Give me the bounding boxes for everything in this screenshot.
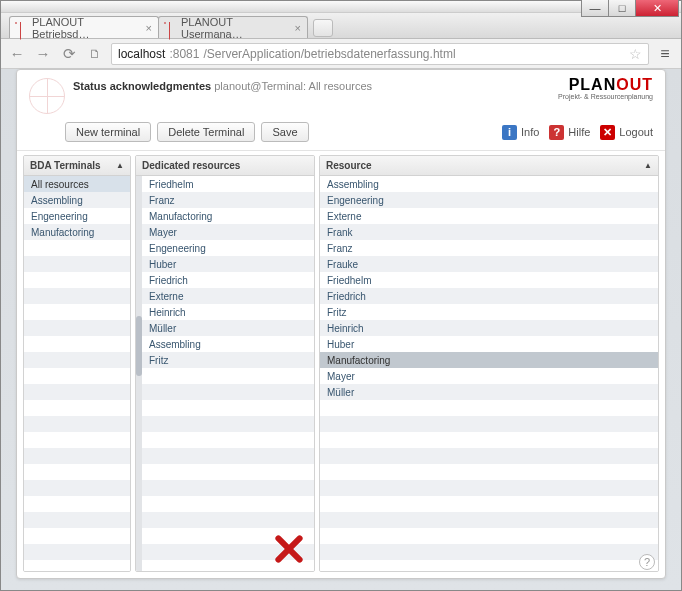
- sort-asc-icon: ▲: [644, 161, 652, 170]
- tab-close-icon[interactable]: ×: [295, 22, 301, 34]
- help-label: Hilfe: [568, 126, 590, 138]
- bookmark-star-icon[interactable]: ☆: [629, 46, 642, 62]
- logout-link[interactable]: ✕ Logout: [600, 125, 653, 140]
- info-link[interactable]: i Info: [502, 125, 539, 140]
- window-maximize-button[interactable]: □: [608, 0, 636, 17]
- panel-title: Resource: [326, 160, 372, 171]
- window-close-button[interactable]: ✕: [635, 0, 679, 17]
- list-item[interactable]: Assembling: [24, 192, 130, 208]
- browser-window: — □ ✕ PLANOUT Betriebsd… × PLANOUT Userm…: [0, 0, 682, 591]
- app-container: Status acknowledgmentes planout@Terminal…: [16, 69, 666, 579]
- window-titlebar: — □ ✕: [1, 1, 681, 13]
- list-item[interactable]: Manufactoring: [142, 208, 314, 224]
- panel-header-bda[interactable]: BDA Terminals ▲: [24, 156, 130, 176]
- favicon-icon: [15, 22, 27, 34]
- favicon-icon: [164, 22, 176, 34]
- list-item[interactable]: Externe: [320, 208, 658, 224]
- nav-reload-button[interactable]: ⟳: [59, 44, 79, 64]
- brand-tagline: Projekt- & Ressourcenplanung: [558, 93, 653, 100]
- list-item[interactable]: Assembling: [142, 336, 314, 352]
- tab-close-icon[interactable]: ×: [146, 22, 152, 34]
- panel-dedicated-resources: Dedicated resources FriedhelmFranzManufa…: [135, 155, 315, 572]
- list-item[interactable]: Fritz: [142, 352, 314, 368]
- app-logo-icon: [29, 78, 65, 114]
- status-line: Status acknowledgmentes planout@Terminal…: [73, 80, 372, 92]
- panel-header-dedicated[interactable]: Dedicated resources: [136, 156, 314, 176]
- browser-toolbar: ← → ⟳ 🗋 localhost:8081/ServerApplication…: [1, 39, 681, 69]
- list-item[interactable]: Assembling: [320, 176, 658, 192]
- page-viewport: Status acknowledgmentes planout@Terminal…: [1, 69, 681, 590]
- list-item[interactable]: Frauke: [320, 256, 658, 272]
- list-item[interactable]: Franz: [320, 240, 658, 256]
- brand-name-part2: OUT: [616, 76, 653, 93]
- list-item[interactable]: Friedhelm: [142, 176, 314, 192]
- url-path: /ServerApplication/betriebsdatenerfassun…: [203, 47, 455, 61]
- list-item[interactable]: Externe: [142, 288, 314, 304]
- list-item[interactable]: Engeneering: [320, 192, 658, 208]
- list-item[interactable]: Mayer: [142, 224, 314, 240]
- list-item[interactable]: Friedhelm: [320, 272, 658, 288]
- panel-body-resource[interactable]: AssemblingEngeneeringExterneFrankFranzFr…: [320, 176, 658, 571]
- list-item[interactable]: Mayer: [320, 368, 658, 384]
- list-item[interactable]: Engeneering: [142, 240, 314, 256]
- remove-x-icon[interactable]: [272, 533, 304, 565]
- logout-icon: ✕: [600, 125, 615, 140]
- scrollbar-thumb[interactable]: [136, 316, 142, 376]
- list-item[interactable]: Huber: [142, 256, 314, 272]
- url-host: localhost: [118, 47, 165, 61]
- list-item[interactable]: Müller: [142, 320, 314, 336]
- delete-terminal-button[interactable]: Delete Terminal: [157, 122, 255, 142]
- address-bar[interactable]: localhost:8081/ServerApplication/betrieb…: [111, 43, 649, 65]
- help-link[interactable]: ? Hilfe: [549, 125, 590, 140]
- nav-back-button[interactable]: ←: [7, 44, 27, 64]
- info-label: Info: [521, 126, 539, 138]
- list-item[interactable]: Friedrich: [320, 288, 658, 304]
- info-icon: i: [502, 125, 517, 140]
- status-label: Status acknowledgmentes: [73, 80, 211, 92]
- list-item[interactable]: Frank: [320, 224, 658, 240]
- browser-menu-button[interactable]: ≡: [655, 44, 675, 64]
- browser-tab-inactive[interactable]: PLANOUT Usermana… ×: [158, 16, 308, 38]
- panel-body-dedicated[interactable]: FriedhelmFranzManufactoringMayerEngeneer…: [136, 176, 314, 571]
- url-port: :8081: [169, 47, 199, 61]
- main-columns: BDA Terminals ▲ All resourcesAssemblingE…: [17, 151, 665, 578]
- list-item[interactable]: Müller: [320, 384, 658, 400]
- new-tab-button[interactable]: [313, 19, 333, 37]
- browser-tab-active[interactable]: PLANOUT Betriebsd… ×: [9, 16, 159, 38]
- nav-forward-button[interactable]: →: [33, 44, 53, 64]
- file-icon: 🗋: [85, 44, 105, 64]
- sort-asc-icon: ▲: [116, 161, 124, 170]
- help-icon: ?: [549, 125, 564, 140]
- list-item[interactable]: All resources: [24, 176, 130, 192]
- list-item[interactable]: Heinrich: [320, 320, 658, 336]
- logout-label: Logout: [619, 126, 653, 138]
- window-minimize-button[interactable]: —: [581, 0, 609, 17]
- list-item[interactable]: Huber: [320, 336, 658, 352]
- list-item[interactable]: Franz: [142, 192, 314, 208]
- list-item[interactable]: Manufactoring: [24, 224, 130, 240]
- tab-title: PLANOUT Usermana…: [181, 16, 285, 40]
- panel-body-bda[interactable]: All resourcesAssemblingEngeneeringManufa…: [24, 176, 130, 571]
- app-toolbar: New terminal Delete Terminal Save i Info…: [17, 118, 665, 151]
- panel-bda-terminals: BDA Terminals ▲ All resourcesAssemblingE…: [23, 155, 131, 572]
- panel-resource: Resource ▲ AssemblingEngeneeringExterneF…: [319, 155, 659, 572]
- list-item[interactable]: Friedrich: [142, 272, 314, 288]
- browser-tabstrip: PLANOUT Betriebsd… × PLANOUT Usermana… ×: [1, 13, 681, 39]
- list-item[interactable]: Engeneering: [24, 208, 130, 224]
- panel-header-resource[interactable]: Resource ▲: [320, 156, 658, 176]
- context-help-button[interactable]: ?: [639, 554, 655, 570]
- save-button[interactable]: Save: [261, 122, 308, 142]
- panel-title: Dedicated resources: [142, 160, 240, 171]
- scrollbar-track[interactable]: [136, 176, 142, 571]
- brand-logo: PLANOUT Projekt- & Ressourcenplanung: [558, 76, 653, 100]
- list-item[interactable]: Manufactoring: [320, 352, 658, 368]
- status-context: planout@Terminal: All resources: [214, 80, 372, 92]
- list-item[interactable]: Fritz: [320, 304, 658, 320]
- tab-title: PLANOUT Betriebsd…: [32, 16, 136, 40]
- new-terminal-button[interactable]: New terminal: [65, 122, 151, 142]
- panel-title: BDA Terminals: [30, 160, 101, 171]
- brand-name-part1: PLAN: [569, 76, 617, 93]
- list-item[interactable]: Heinrich: [142, 304, 314, 320]
- app-header: Status acknowledgmentes planout@Terminal…: [17, 70, 665, 118]
